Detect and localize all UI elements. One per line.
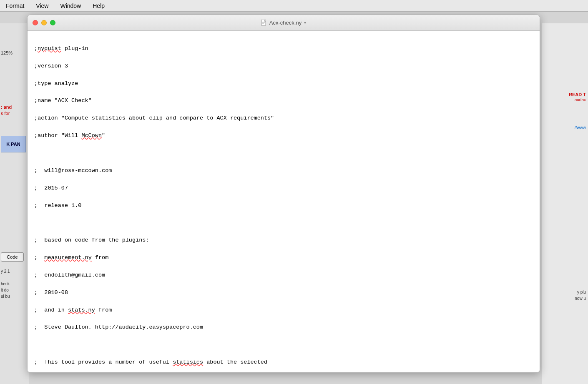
editor-content[interactable]: ;nyquist plug-in ;version 3 ;type analyz… bbox=[28, 31, 540, 372]
maximize-button[interactable] bbox=[50, 20, 55, 25]
right-read-t: READ T bbox=[569, 92, 586, 97]
title-bar: Acx-check.ny ▾ bbox=[28, 15, 540, 31]
menu-format[interactable]: Format bbox=[3, 2, 27, 10]
spell-measurementny: measurement.ny bbox=[44, 254, 91, 261]
sidebar-red-and: : and bbox=[1, 105, 12, 110]
spell-statsny: stats.ny bbox=[68, 307, 95, 313]
code-line-1: ;nyquist plug-in bbox=[34, 45, 533, 53]
editor-window: Acx-check.ny ▾ ;nyquist plug-in ;version… bbox=[27, 15, 540, 373]
code-line-8: ; will@ross-mccown.com bbox=[34, 167, 533, 175]
window-title-area: Acx-check.ny ▾ bbox=[261, 20, 306, 26]
sidebar-check: heck bbox=[1, 282, 10, 286]
code-line-10: ; release 1.0 bbox=[34, 202, 533, 210]
code-line-19: ; This tool provides a number of useful … bbox=[34, 358, 533, 367]
menu-view[interactable]: View bbox=[33, 2, 51, 10]
code-line-7 bbox=[34, 149, 533, 158]
code-line-2: ;version 3 bbox=[34, 62, 533, 71]
menu-bar: Format View Window Help bbox=[0, 0, 588, 12]
code-line-18 bbox=[34, 341, 533, 349]
code-line-13: ; measurement.ny from bbox=[34, 254, 533, 262]
window-title: Acx-check.ny bbox=[269, 20, 302, 26]
sidebar-version: y 2.1 bbox=[1, 269, 10, 274]
spell-mccown: McCown bbox=[81, 132, 102, 139]
minimize-button[interactable] bbox=[41, 20, 47, 25]
code-line-4: ;name "ACX Check" bbox=[34, 97, 533, 105]
code-line-12: ; based on code from the plugins: bbox=[34, 236, 533, 245]
right-panel: READ T audac //www y plu now u bbox=[542, 23, 588, 384]
code-line-5: ;action "Compute statistics about clip a… bbox=[34, 114, 533, 123]
spell-statisics: statisics bbox=[173, 359, 203, 365]
code-line-3: ;type analyze bbox=[34, 80, 533, 88]
menu-window[interactable]: Window bbox=[58, 2, 83, 10]
spell-nyquist: nyquist bbox=[38, 45, 61, 52]
right-www: //www bbox=[575, 125, 586, 130]
left-sidebar: 125% : and s for K PAN Code y 2.1 heck i… bbox=[0, 23, 29, 384]
code-line-9: ; 2015-07 bbox=[34, 184, 533, 193]
right-howu: now u bbox=[575, 296, 586, 301]
sidebar-itdo: it do bbox=[1, 288, 9, 292]
close-button[interactable] bbox=[33, 20, 38, 25]
sidebar-code-button[interactable]: Code bbox=[1, 252, 24, 262]
sidebar-ulbu: ul bu bbox=[1, 294, 10, 299]
code-line-6: ;author "Will McCown" bbox=[34, 132, 533, 140]
right-yplu: y plu bbox=[577, 290, 586, 294]
title-dropdown-arrow[interactable]: ▾ bbox=[304, 20, 306, 25]
code-line-11 bbox=[34, 219, 533, 227]
menu-help[interactable]: Help bbox=[90, 2, 107, 10]
sidebar-red-sfor: s for bbox=[1, 111, 10, 116]
code-line-17: ; Steve Daulton. http://audacity.easyspa… bbox=[34, 323, 533, 332]
window-controls bbox=[33, 20, 55, 25]
code-line-14: ; endolith@gmail.com bbox=[34, 271, 533, 280]
sidebar-kpan[interactable]: K PAN bbox=[1, 136, 26, 152]
file-icon bbox=[261, 20, 267, 26]
right-audac: audac bbox=[575, 97, 586, 102]
code-line-15: ; 2010-08 bbox=[34, 289, 533, 297]
zoom-level: 125% bbox=[1, 50, 13, 55]
code-line-16: ; and in stats.ny from bbox=[34, 306, 533, 315]
